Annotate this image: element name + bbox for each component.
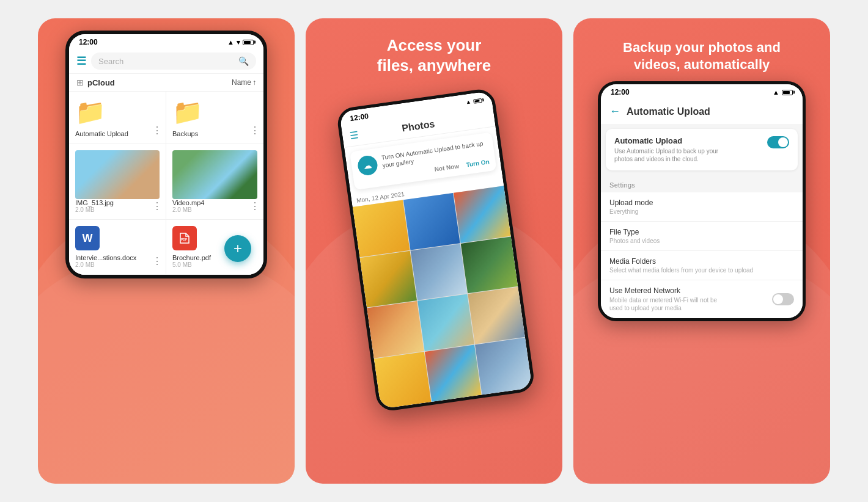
files-grid: 📁 Automatic Upload ⋮ 📁 Backups ⋮ IMG_513… bbox=[69, 92, 263, 275]
card-backup: Backup your photos andvideos, automatica… bbox=[573, 18, 830, 484]
more-options-icon[interactable]: ⋮ bbox=[250, 200, 260, 212]
photo-cell-5[interactable] bbox=[410, 244, 467, 300]
card3-caption: Backup your photos andvideos, automatica… bbox=[617, 31, 787, 81]
status-icons-2: ▲ bbox=[465, 97, 482, 106]
back-button[interactable]: ← bbox=[609, 105, 620, 118]
more-options-icon[interactable]: ⋮ bbox=[250, 125, 260, 136]
file-name: Brochure.pdf bbox=[172, 254, 211, 261]
settings-row-file-type[interactable]: File Type Photos and videos bbox=[601, 222, 803, 251]
metered-network-toggle[interactable] bbox=[772, 293, 794, 305]
card-file-manager: 12:00 ▲ ▾ ☰ Search 🔍 bbox=[38, 18, 295, 484]
settings-label-file-type: File Type bbox=[609, 228, 794, 236]
photo-cell-4[interactable] bbox=[359, 250, 416, 307]
battery-icon bbox=[243, 40, 254, 45]
more-options-icon[interactable]: ⋮ bbox=[152, 125, 162, 136]
file-size: 2.0 MB bbox=[75, 206, 95, 213]
search-bar: ☰ Search 🔍 bbox=[69, 49, 263, 74]
not-now-button[interactable]: Not Now bbox=[434, 162, 460, 173]
photo-cell-10[interactable] bbox=[374, 352, 431, 409]
file-item-img2[interactable]: Video.mp4 2.0 MB ⋮ bbox=[166, 144, 263, 220]
wifi-icon: ▾ bbox=[237, 38, 240, 46]
photos-screen-title: Photos bbox=[401, 118, 435, 134]
list-view-icon[interactable]: ⊞ bbox=[76, 78, 84, 87]
status-time-3: 12:00 bbox=[611, 88, 630, 96]
cloud-upload-icon: ☁ bbox=[356, 155, 378, 176]
file-name: Automatic Upload bbox=[75, 130, 128, 137]
battery-icon-3 bbox=[782, 90, 793, 95]
auto-upload-toggle-row: Automatic Upload Use Automatic Upload to… bbox=[606, 129, 798, 170]
image-thumbnail-beach bbox=[75, 150, 160, 199]
file-item-img1[interactable]: IMG_513.jpg 2.0 MB ⋮ bbox=[69, 144, 166, 220]
photo-cell-8[interactable] bbox=[417, 294, 474, 351]
settings-section-label: Settings bbox=[609, 181, 635, 189]
sort-label[interactable]: Name ↑ bbox=[232, 78, 256, 87]
file-item-folder-1[interactable]: 📁 Automatic Upload ⋮ bbox=[69, 92, 166, 144]
auto-upload-toggle[interactable] bbox=[767, 136, 789, 148]
settings-label-upload-mode: Upload mode bbox=[609, 198, 794, 207]
settings-label-metered: Use Metered Network bbox=[609, 286, 732, 295]
settings-row-media-folders[interactable]: Media Folders Select what media folders … bbox=[601, 251, 803, 280]
search-icon: 🔍 bbox=[238, 56, 249, 66]
photos-grid bbox=[353, 186, 532, 409]
word-icon: W bbox=[75, 226, 100, 250]
more-options-icon[interactable]: ⋮ bbox=[152, 200, 162, 212]
signal-icon: ▲ bbox=[227, 38, 234, 46]
phone-mockup-2: 12:00 ▲ ☰ Photos ☁ bbox=[336, 87, 535, 412]
file-item-folder-2[interactable]: 📁 Backups ⋮ bbox=[166, 92, 263, 144]
breadcrumb-label: pCloud bbox=[87, 78, 115, 87]
status-time-1: 12:00 bbox=[79, 38, 98, 46]
photo-cell-7[interactable] bbox=[367, 301, 424, 358]
banner-content: Turn ON Automatic Upload to back up your… bbox=[381, 139, 490, 180]
settings-label-media-folders: Media Folders bbox=[609, 257, 794, 266]
card2-title: Access yourfiles, anywhere bbox=[377, 35, 491, 75]
folder-icon: 📁 bbox=[75, 98, 106, 126]
photo-cell-12[interactable] bbox=[475, 338, 532, 395]
svg-text:PDF: PDF bbox=[181, 238, 187, 241]
photo-cell-11[interactable] bbox=[424, 344, 481, 401]
cards-container: 12:00 ▲ ▾ ☰ Search 🔍 bbox=[20, 0, 848, 502]
photo-cell-1[interactable] bbox=[353, 200, 410, 257]
file-header-left: ⊞ pCloud bbox=[76, 78, 115, 87]
file-item-word[interactable]: W Intervie...stions.docx 2.0 MB ⋮ bbox=[69, 220, 166, 275]
settings-row-upload-mode[interactable]: Upload mode Everything bbox=[601, 192, 803, 222]
settings-section: Settings bbox=[601, 175, 803, 192]
photo-cell-9[interactable] bbox=[468, 287, 525, 344]
search-input-area[interactable]: Search 🔍 bbox=[91, 53, 256, 70]
photo-cell-3[interactable] bbox=[454, 186, 510, 242]
image-thumbnail-bird bbox=[172, 150, 257, 199]
photo-cell-6[interactable] bbox=[461, 236, 518, 293]
turn-on-button[interactable]: Turn On bbox=[466, 158, 490, 168]
folder-icon: 📁 bbox=[172, 98, 203, 126]
file-item-pdf[interactable]: PDF Brochure.pdf 5.0 MB + bbox=[166, 220, 263, 275]
phone-screen-3: 12:00 ▲ ← Automatic Upload Automatic Upl… bbox=[601, 84, 803, 318]
menu-icon[interactable]: ☰ bbox=[76, 54, 86, 68]
card2-caption: Access yourfiles, anywhere bbox=[359, 18, 509, 85]
phone2-wrapper: 12:00 ▲ ☰ Photos ☁ bbox=[306, 85, 562, 484]
settings-value-media-folders: Select what media folders from your devi… bbox=[609, 267, 794, 274]
file-size: 5.0 MB bbox=[172, 261, 192, 268]
settings-row-metered-network[interactable]: Use Metered Network Mobile data or meter… bbox=[601, 280, 803, 318]
file-size: 2.0 MB bbox=[75, 261, 95, 268]
status-icons-3: ▲ bbox=[773, 89, 793, 96]
card3-title: Backup your photos andvideos, automatica… bbox=[623, 39, 781, 73]
status-bar-1: 12:00 ▲ ▾ bbox=[69, 34, 263, 49]
file-name: Intervie...stions.docx bbox=[75, 254, 136, 261]
cloud-icon-symbol: ☁ bbox=[362, 160, 372, 171]
file-name: Backups bbox=[172, 130, 198, 137]
photo-cell-2[interactable] bbox=[403, 193, 460, 250]
file-size: 2.0 MB bbox=[172, 206, 192, 213]
toggle-text: Automatic Upload Use Automatic Upload to… bbox=[614, 136, 737, 163]
pdf-icon: PDF bbox=[172, 226, 197, 250]
file-name: IMG_513.jpg bbox=[75, 199, 114, 206]
file-header: ⊞ pCloud Name ↑ bbox=[69, 74, 263, 92]
phone-screen-1: 12:00 ▲ ▾ ☰ Search 🔍 bbox=[69, 34, 263, 275]
photos-menu-icon[interactable]: ☰ bbox=[349, 129, 359, 142]
battery-icon-2 bbox=[473, 98, 482, 103]
card-photos: Access yourfiles, anywhere 12:00 ▲ ☰ bbox=[306, 18, 562, 484]
more-options-icon[interactable]: ⋮ bbox=[152, 255, 162, 267]
decorative-bg-2 bbox=[38, 251, 295, 484]
settings-value-metered: Mobile data or metered Wi-Fi will not be… bbox=[609, 296, 732, 312]
add-fab-button[interactable]: + bbox=[224, 235, 251, 262]
settings-value-upload-mode: Everything bbox=[609, 208, 794, 215]
auto-upload-screen-header: ← Automatic Upload bbox=[601, 99, 803, 124]
